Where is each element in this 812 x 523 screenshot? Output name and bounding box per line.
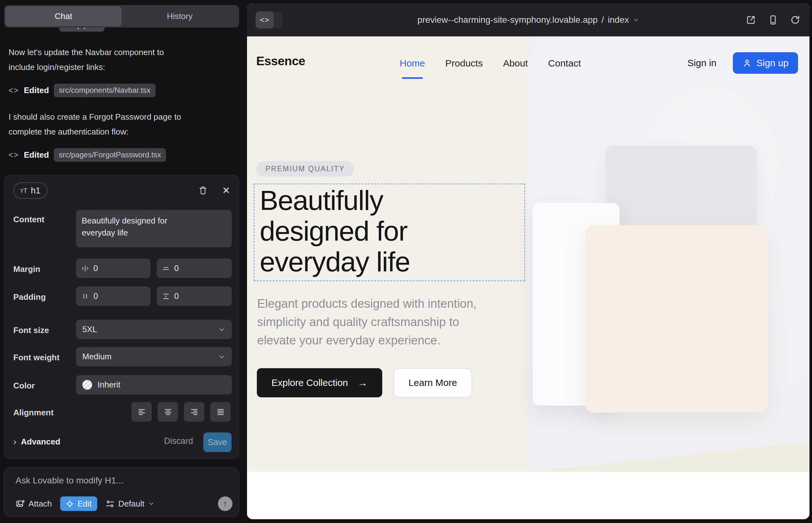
external-link-icon [745,15,756,25]
attach-label: Attach [29,499,52,509]
url-page: index [608,15,629,25]
send-button[interactable]: ↑ [218,497,232,511]
align-justify-button[interactable] [210,402,231,422]
preview-site: Essence Home Products About Contact Sign… [247,36,810,519]
advanced-toggle[interactable]: › Advanced [13,436,60,447]
assistant-message: I should also create a Forgot Password p… [8,110,233,139]
chevron-right-icon: › [13,436,16,447]
color-value: Inherit [98,380,120,390]
truncated-file-chip [59,28,105,32]
edited-file-row: <> Edited src/pages/ForgotPassword.tsx [8,148,166,162]
attach-image-icon [16,499,25,508]
site-nav: Home Products About Contact [400,58,581,79]
save-button[interactable]: Save [203,432,231,452]
content-label: Content [13,215,44,224]
delete-element-button[interactable] [196,183,210,198]
site-logo[interactable]: Essence [256,54,305,68]
nav-link-contact[interactable]: Contact [548,58,581,79]
browser-toolbar: <> preview--charming-site-symphony.lovab… [247,3,810,36]
sign-up-label: Sign up [756,58,789,68]
mobile-device-icon [768,15,778,25]
model-default-button[interactable]: Default [105,499,155,509]
default-label: Default [119,499,144,509]
align-right-button[interactable] [184,402,204,422]
padding-y-input[interactable] [174,291,212,301]
browser-actions [745,3,800,36]
align-left-button[interactable] [131,402,152,422]
padding-x-field [76,287,151,306]
discard-button[interactable]: Discard [164,436,193,446]
open-in-new-tab-button[interactable] [745,15,756,25]
lovable-app-window: Chat History Now let's update the Navbar… [0,0,812,523]
align-center-button[interactable] [158,402,178,422]
arrow-right-icon: → [357,377,368,389]
alignment-label: Alignment [13,408,54,418]
sliders-icon [105,499,114,508]
edit-label: Edit [77,499,92,509]
align-center-icon [164,408,172,416]
font-size-label: Font size [13,325,49,335]
chat-composer: Attach Edit Default [4,468,239,517]
align-justify-icon [216,408,225,416]
nav-link-products[interactable]: Products [445,58,483,79]
margin-y-input[interactable] [174,264,212,273]
chevron-down-icon [148,501,155,507]
padding-horizontal-icon [81,292,89,301]
chevron-down-icon [633,17,639,23]
content-textarea[interactable]: Beautifully designed for everyday life [76,210,232,247]
file-chip[interactable]: src/pages/ForgotPassword.tsx [54,148,166,162]
tab-chat[interactable]: Chat [5,6,122,26]
margin-x-input[interactable] [93,264,131,273]
content-field: Beautifully designed for everyday life [76,210,232,247]
learn-more-button[interactable]: Learn More [394,368,472,397]
advanced-label: Advanced [21,437,60,447]
assistant-message: Now let's update the Navbar component to… [8,45,233,75]
align-left-icon [138,408,146,416]
composer-input[interactable] [16,475,225,486]
selected-element-tag: тT h1 [13,182,48,199]
attach-button[interactable]: Attach [16,499,52,509]
tab-history[interactable]: History [122,6,238,26]
chat-history-tabbar: Chat History [4,5,239,28]
element-editor-panel: тT h1 ✕ Content Beautifully designed for… [4,175,239,459]
padding-x-input[interactable] [93,291,131,301]
hero-badge: PREMIUM QUALITY [256,161,354,177]
file-chip[interactable]: src/components/Navbar.tsx [54,84,156,97]
font-weight-select[interactable]: Medium [76,347,232,366]
margin-vertical-icon [162,264,170,273]
padding-vertical-icon [162,292,170,301]
sign-in-button[interactable]: Sign in [688,58,717,68]
sign-up-button[interactable]: Sign up [733,52,798,74]
edited-label: Edited [24,150,49,160]
url-bar[interactable]: preview--charming-site-symphony.lovable.… [247,3,810,36]
padding-label: Padding [13,292,46,302]
refresh-button[interactable] [790,15,800,25]
font-size-select[interactable]: 5XL [76,320,232,339]
chat-sidebar: Chat History Now let's update the Navbar… [0,0,247,523]
alignment-buttons [131,402,231,422]
color-label: Color [13,381,35,391]
align-right-icon [190,408,198,416]
close-panel-button[interactable]: ✕ [219,183,233,198]
hero-paragraph: Elegant products designed with intention… [257,294,477,349]
chevron-down-icon [218,353,226,361]
edit-mode-button[interactable]: Edit [60,497,97,511]
edited-label: Edited [24,86,49,95]
padding-y-field [157,287,232,306]
margin-x-field [76,259,151,278]
margin-horizontal-icon [81,264,89,273]
explore-collection-button[interactable]: Explore Collection → [257,368,382,397]
nav-link-about[interactable]: About [503,58,528,79]
arrow-up-icon: ↑ [223,499,227,509]
margin-label: Margin [13,264,40,274]
nav-link-home[interactable]: Home [400,58,425,79]
composer-toolbar: Attach Edit Default [16,496,232,511]
code-icon: <> [8,150,19,160]
hero-heading[interactable]: Beautifully designed for everyday life [260,185,410,277]
font-weight-value: Medium [82,352,111,362]
color-swatch-icon [82,380,92,390]
color-select[interactable]: Inherit [76,375,232,395]
font-weight-label: Font weight [13,353,59,362]
mobile-view-button[interactable] [768,15,778,25]
type-icon: тT [20,187,27,194]
